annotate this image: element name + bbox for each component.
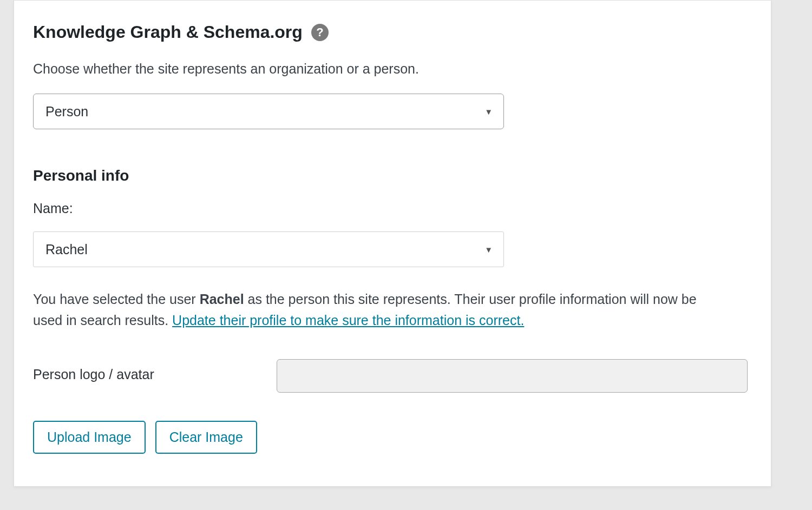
section-title-row: Knowledge Graph & Schema.org ? <box>33 22 752 42</box>
update-profile-link[interactable]: Update their profile to make sure the in… <box>172 313 524 328</box>
avatar-label: Person logo / avatar <box>33 359 271 382</box>
avatar-input[interactable] <box>277 359 748 393</box>
entity-type-select[interactable]: Person ▼ <box>33 94 504 129</box>
name-label: Name: <box>33 201 752 216</box>
section-title: Knowledge Graph & Schema.org <box>33 22 303 42</box>
selected-user-info: You have selected the user Rachel as the… <box>33 289 715 331</box>
info-text-username: Rachel <box>200 292 244 307</box>
entity-type-select-value: Person <box>45 104 88 120</box>
name-select[interactable]: Rachel ▼ <box>33 231 504 267</box>
chevron-down-icon: ▼ <box>484 245 493 254</box>
info-text-prefix: You have selected the user <box>33 292 200 307</box>
chevron-down-icon: ▼ <box>484 107 493 116</box>
upload-image-button[interactable]: Upload Image <box>33 421 146 454</box>
settings-panel: Knowledge Graph & Schema.org ? Choose wh… <box>14 0 771 487</box>
clear-image-button[interactable]: Clear Image <box>155 421 257 454</box>
avatar-button-row: Upload Image Clear Image <box>33 421 752 454</box>
avatar-row: Person logo / avatar <box>33 359 752 393</box>
name-select-wrapper: Rachel ▼ <box>33 231 504 267</box>
help-icon[interactable]: ? <box>311 24 329 41</box>
name-select-value: Rachel <box>45 242 88 257</box>
entity-type-select-wrapper: Person ▼ <box>33 94 504 129</box>
personal-info-title: Personal info <box>33 167 752 184</box>
section-description: Choose whether the site represents an or… <box>33 59 752 78</box>
